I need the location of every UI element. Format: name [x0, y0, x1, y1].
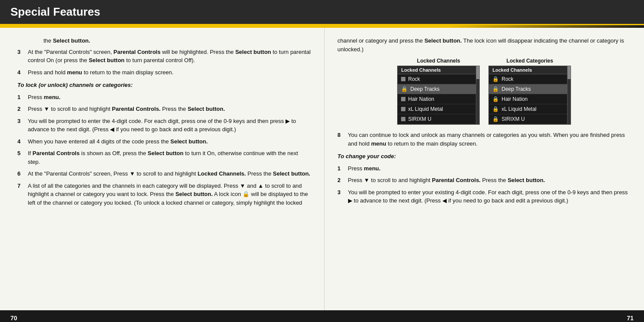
right-panel: channel or category and press the Select… — [325, 28, 644, 310]
lock-icon: 🔒 — [401, 86, 408, 92]
lock-icon: 🔒 — [492, 76, 499, 82]
list-item: 2 Press ▼ to scroll to and highlight Par… — [338, 176, 631, 185]
lock-icon: 🔒 — [492, 86, 499, 92]
list-item: 1 Press menu. — [338, 164, 631, 173]
right-steps: 8 You can continue to lock and unlock as… — [338, 131, 631, 148]
list-item: 3 At the "Parental Controls" screen, Par… — [17, 48, 311, 65]
square-icon — [401, 97, 405, 101]
square-icon — [401, 107, 405, 111]
scrollbar-thumb — [476, 66, 479, 79]
channel-deep-tracks: 🔒 Deep Tracks — [398, 84, 476, 94]
right-intro-text: channel or category and press the Select… — [338, 37, 631, 53]
intro-text: the Select button. — [17, 37, 311, 45]
square-icon — [401, 77, 405, 81]
lock-icon: 🔒 — [492, 106, 499, 112]
panel-items-right: Locked Channels 🔒 Rock 🔒 Deep Tracks — [489, 66, 567, 124]
page-number-left: 70 — [10, 315, 17, 322]
channel-hair-nation: Hair Nation — [398, 94, 476, 104]
channel-sirixm-u: SIRIXM U — [398, 114, 476, 124]
list-item: 6 At the "Parental Controls" screen, Pre… — [17, 169, 311, 178]
scrollbar-thumb-right — [568, 66, 571, 79]
channel-panels: Locked Channels Locked Channels Rock 🔒 — [338, 58, 631, 125]
parental-steps: 3 At the "Parental Controls" screen, Par… — [17, 48, 311, 77]
list-item: 8 You can continue to lock and unlock as… — [338, 131, 631, 148]
channel-hair-nation-r: 🔒 Hair Nation — [489, 94, 567, 104]
square-icon — [401, 117, 405, 121]
panel-with-scroll: Locked Channels Rock 🔒 Deep Tracks — [398, 66, 479, 124]
channel-xl-liquid-metal: xL Liquid Metal — [398, 104, 476, 114]
scrollbar-right[interactable] — [567, 66, 571, 124]
scrollbar[interactable] — [476, 66, 479, 124]
section-lock-label: To lock (or unlock) channels or categori… — [17, 81, 311, 90]
main-content: the Select button. 3 At the "Parental Co… — [0, 28, 644, 310]
left-panel: the Select button. 3 At the "Parental Co… — [0, 28, 325, 310]
panel-items: Locked Channels Rock 🔒 Deep Tracks — [398, 66, 476, 124]
list-item: 3 You will be prompted to enter your exi… — [338, 188, 631, 205]
panel-header-right: Locked Channels — [489, 66, 567, 74]
page-header: Special Features — [0, 0, 644, 25]
lock-steps: 1 Press menu. 2 Press ▼ to scroll to and… — [17, 93, 311, 207]
panel-header: Locked Channels — [398, 66, 476, 74]
channel-xl-liquid-metal-r: 🔒 xL Liquid Metal — [489, 104, 567, 114]
channel-deep-tracks-r: 🔒 Deep Tracks — [489, 84, 567, 94]
page-wrapper: Special Features the Select button. 3 At… — [0, 0, 644, 322]
locked-categories-label: Locked Categories — [507, 58, 553, 64]
list-item: 5 If Parental Controls is shown as Off, … — [17, 149, 311, 166]
locked-channels-label: Locked Channels — [417, 58, 460, 64]
locked-categories-panel: Locked Channels 🔒 Rock 🔒 Deep Tracks — [488, 66, 571, 125]
locked-channels-wrapper: Locked Channels Locked Channels Rock 🔒 — [397, 58, 480, 125]
channel-sirixm-u-r: 🔒 SIRIXM U — [489, 114, 567, 124]
channel-rock: Rock — [398, 74, 476, 84]
page-title: Special Features — [10, 5, 100, 18]
channel-rock-r: 🔒 Rock — [489, 74, 567, 84]
list-item: 2 Press ▼ to scroll to and highlight Par… — [17, 105, 311, 113]
page-footer: 70 71 — [0, 310, 644, 322]
list-item: 4 Press and hold menu to return to the m… — [17, 68, 311, 77]
page-number-right: 71 — [627, 315, 634, 322]
lock-icon: 🔒 — [492, 116, 499, 122]
section-change-label: To change your code: — [338, 152, 631, 161]
lock-icon: 🔒 — [492, 96, 499, 102]
list-item: 3 You will be prompted to enter the 4-di… — [17, 117, 311, 134]
list-item: 7 A list of all the categories and the c… — [17, 182, 311, 207]
change-steps: 1 Press menu. 2 Press ▼ to scroll to and… — [338, 164, 631, 205]
locked-categories-wrapper: Locked Categories Locked Channels 🔒 Rock — [488, 58, 571, 125]
list-item: 4 When you have entered all 4 digits of … — [17, 137, 311, 146]
panel-with-scroll-right: Locked Channels 🔒 Rock 🔒 Deep Tracks — [489, 66, 571, 124]
locked-channels-panel: Locked Channels Rock 🔒 Deep Tracks — [397, 66, 480, 125]
list-item: 1 Press menu. — [17, 93, 311, 102]
